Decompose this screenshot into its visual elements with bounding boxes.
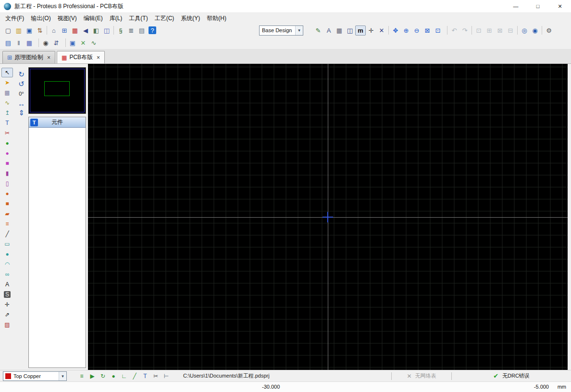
layer-stack-icon[interactable]: ≡: [76, 371, 87, 381]
marker-tool[interactable]: ✛: [1, 300, 13, 309]
open-design-icon[interactable]: ▥: [13, 25, 24, 36]
rotate-clockwise-icon[interactable]: ↻: [16, 70, 27, 79]
redo-icon[interactable]: ↷: [459, 25, 470, 36]
edge-connector-pad-tool[interactable]: ▯: [1, 179, 13, 188]
close-button[interactable]: ✕: [549, 0, 571, 13]
rotate-anticlockwise-icon[interactable]: ↺: [16, 79, 27, 89]
design-explorer-icon[interactable]: ≣: [126, 25, 137, 36]
package-mode-tool[interactable]: ▩: [1, 88, 13, 98]
edit-footprint-icon[interactable]: ▣: [67, 38, 78, 48]
drc-status[interactable]: ✔ 无DRC错误: [452, 372, 571, 380]
pan-icon[interactable]: ✥: [390, 25, 401, 36]
ratsnest-mode-tool[interactable]: ✂: [1, 128, 13, 138]
layer-pair-icon[interactable]: ◫: [345, 25, 355, 36]
pcb-layout-icon[interactable]: ▦: [70, 25, 80, 36]
chevron-down-icon[interactable]: ▾: [59, 372, 66, 380]
menu-item[interactable]: 编辑(E): [80, 13, 106, 24]
mitre-icon[interactable]: ✕: [78, 38, 88, 48]
menu-item[interactable]: 工具(T): [125, 13, 151, 24]
zoom-out-icon[interactable]: ⊖: [411, 25, 422, 36]
board-stack-icon[interactable]: ▦: [24, 38, 35, 48]
zoom-in-icon[interactable]: ⊕: [401, 25, 411, 36]
maximize-button[interactable]: □: [527, 0, 549, 13]
3d-visualizer-icon[interactable]: ◫: [101, 25, 112, 36]
auto-annotate-icon[interactable]: ⇵: [51, 38, 62, 48]
block-copy-icon[interactable]: ⊡: [473, 25, 484, 36]
zoom-all-icon[interactable]: ⊠: [422, 25, 433, 36]
gerber-view-icon[interactable]: ◧: [91, 25, 101, 36]
layer-selector[interactable]: Top Copper ▾: [3, 371, 67, 381]
diagonal-trace-icon[interactable]: ╱: [129, 371, 140, 381]
metric-toggle-button[interactable]: m: [355, 25, 366, 36]
help-icon[interactable]: ?: [147, 25, 158, 36]
smt-circle-pad-tool[interactable]: ●: [1, 189, 13, 198]
drc-zone-tool[interactable]: ▨: [1, 320, 13, 330]
component-list[interactable]: [29, 128, 86, 368]
2d-circle-tool[interactable]: ●: [1, 249, 13, 259]
round-pad-tool[interactable]: ●: [1, 148, 13, 158]
track-mode-tool[interactable]: ∿: [1, 98, 13, 108]
new-design-icon[interactable]: ▢: [3, 25, 13, 36]
smt-polygon-pad-tool[interactable]: ▰: [1, 209, 13, 219]
false-origin-icon[interactable]: ✛: [366, 25, 376, 36]
chevron-down-icon[interactable]: ▾: [295, 26, 303, 35]
mirror-vertical-icon[interactable]: ⇕: [16, 108, 27, 118]
bill-of-materials-icon[interactable]: §: [115, 25, 126, 36]
tab-schematic-capture[interactable]: ⊞ 原理图绘制 ×: [2, 51, 55, 63]
zone-mode-tool[interactable]: T: [1, 118, 13, 128]
edit-layer-colours-icon[interactable]: ✎: [313, 25, 323, 36]
text-mode-icon[interactable]: T: [140, 371, 150, 381]
minimize-button[interactable]: —: [505, 0, 527, 13]
mirror-horizontal-icon[interactable]: ↔: [16, 98, 27, 108]
block-delete-icon[interactable]: ⊟: [505, 25, 516, 36]
connector-icon[interactable]: ⊢: [161, 371, 172, 381]
menu-item[interactable]: 库(L): [106, 13, 126, 24]
menu-item[interactable]: 输出(O): [27, 13, 54, 24]
import-design-icon[interactable]: ⇅: [35, 25, 45, 36]
grid-toggle-icon[interactable]: ▦: [334, 25, 345, 36]
pre-production-check-icon[interactable]: ▤: [3, 38, 13, 48]
2d-symbol-tool[interactable]: S: [1, 290, 13, 299]
smt-square-pad-tool[interactable]: ■: [1, 199, 13, 208]
home-page-icon[interactable]: ⌂: [49, 25, 59, 36]
search-zoom-icon[interactable]: ◉: [530, 25, 540, 36]
dimension-tool[interactable]: ⇗: [1, 310, 13, 319]
connectivity-highlight-tool[interactable]: ●: [1, 138, 13, 148]
dil-pad-tool[interactable]: ▮: [1, 169, 13, 178]
block-rotate-icon[interactable]: ⊠: [495, 25, 505, 36]
x-cursor-icon[interactable]: ✕: [376, 25, 387, 36]
menu-item[interactable]: 工艺(C): [151, 13, 178, 24]
zoom-area-icon[interactable]: ⊡: [433, 25, 443, 36]
block-move-icon[interactable]: ⊞: [484, 25, 495, 36]
previous-view-icon[interactable]: ◀: [80, 25, 91, 36]
selection-mode-tool[interactable]: ↖: [1, 68, 13, 77]
2d-line-tool[interactable]: ╱: [1, 229, 13, 239]
menu-item[interactable]: 帮助(H): [203, 13, 230, 24]
pcb-canvas[interactable]: [88, 64, 568, 370]
scissors-icon[interactable]: ✂: [150, 371, 161, 381]
loop-redo-icon[interactable]: ↻: [98, 371, 108, 381]
pad-pair-icon[interactable]: ‖: [13, 38, 24, 48]
menu-item[interactable]: 系统(Y): [177, 13, 203, 24]
undo-icon[interactable]: ↶: [449, 25, 459, 36]
square-pad-tool[interactable]: ■: [1, 159, 13, 168]
tool-settings-icon[interactable]: ⚙: [544, 25, 554, 36]
project-notes-icon[interactable]: ▤: [137, 25, 147, 36]
text-style-icon[interactable]: A: [323, 25, 334, 36]
2d-box-tool[interactable]: ▭: [1, 239, 13, 249]
schematic-capture-icon[interactable]: ⊞: [59, 25, 70, 36]
via-dot-icon[interactable]: ●: [108, 371, 119, 381]
menu-item[interactable]: 文件(F): [2, 13, 27, 24]
tab-pcb-layout[interactable]: ▦ PCB布版 ×: [57, 51, 105, 63]
design-selector[interactable]: Base Design ▾: [259, 25, 303, 36]
2d-text-tool[interactable]: A: [1, 280, 13, 289]
toggle-selector-icon[interactable]: T: [30, 119, 38, 126]
find-component-icon[interactable]: ◉: [40, 38, 51, 48]
component-mode-tool[interactable]: ➤: [1, 78, 13, 87]
2d-path-tool[interactable]: ∞: [1, 270, 13, 279]
search-tag-icon[interactable]: ◎: [519, 25, 530, 36]
overview-window[interactable]: [28, 67, 86, 114]
2d-arc-tool[interactable]: ◠: [1, 259, 13, 269]
graph-mode-icon[interactable]: ∿: [88, 38, 99, 48]
elbow-trace-icon[interactable]: ∟: [119, 371, 129, 381]
